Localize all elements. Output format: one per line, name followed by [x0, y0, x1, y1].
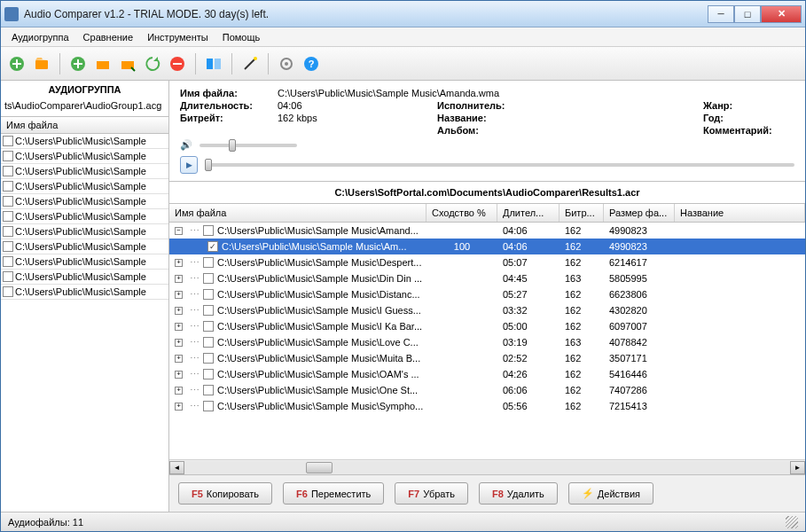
menu-help[interactable]: Помощь — [215, 29, 268, 45]
menu-compare[interactable]: Сравнение — [76, 29, 141, 45]
col-similarity[interactable]: Сходство % — [426, 204, 497, 222]
table-row[interactable]: ⋯C:\Users\Public\Music\Sample Music\I Gu… — [169, 302, 805, 318]
expand-icon[interactable] — [175, 387, 183, 395]
col-file[interactable]: Имя файла — [169, 204, 426, 222]
delete-button[interactable]: F8Удалить — [479, 482, 558, 505]
sidebar-row[interactable]: C:\Users\Public\Music\Sample — [1, 164, 168, 179]
col-bitrate[interactable]: Битр... — [560, 204, 604, 222]
expand-icon[interactable] — [175, 259, 183, 267]
row-checkbox[interactable] — [203, 353, 214, 364]
expand-icon[interactable] — [175, 403, 183, 411]
sidebar-row[interactable]: C:\Users\Public\Music\Sample — [1, 270, 168, 285]
expand-icon[interactable] — [175, 339, 183, 347]
table-row[interactable]: ⋯C:\Users\Public\Music\Sample Music\I Ka… — [169, 318, 805, 334]
compare-button[interactable] — [203, 53, 224, 74]
table-row[interactable]: ⋯C:\Users\Public\Music\Sample Music\Symp… — [169, 398, 805, 414]
expand-icon[interactable] — [175, 307, 183, 315]
sidebar-row[interactable]: C:\Users\Public\Music\Sample — [1, 149, 168, 164]
settings-button[interactable] — [276, 53, 297, 74]
table-body[interactable]: ⋯C:\Users\Public\Music\Sample Music\Aman… — [169, 223, 805, 459]
progress-slider[interactable] — [205, 163, 794, 167]
table-row[interactable]: C:\Users\Public\Music\Sample Music\Am...… — [169, 239, 805, 254]
wizard-button[interactable] — [239, 53, 261, 74]
volume-icon[interactable]: 🔊 — [180, 139, 192, 151]
titlebar[interactable]: Audio Comparer v1.2 - TRIAL MODE. 30 day… — [1, 1, 805, 27]
volume-slider[interactable] — [200, 144, 297, 147]
maximize-button[interactable] — [734, 5, 761, 23]
open-group-button[interactable] — [31, 53, 52, 74]
checkbox-icon[interactable] — [3, 151, 13, 161]
horizontal-scrollbar[interactable]: ◄ ► — [169, 459, 805, 474]
bitrate-label: Битрейт: — [180, 113, 278, 123]
scroll-right-button[interactable]: ► — [790, 461, 805, 474]
new-group-button[interactable] — [6, 53, 27, 74]
refresh-button[interactable] — [142, 53, 163, 74]
copy-button[interactable]: F5Копировать — [178, 482, 272, 505]
checkbox-icon[interactable] — [3, 181, 13, 192]
table-row[interactable]: ⋯C:\Users\Public\Music\Sample Music\Love… — [169, 334, 805, 350]
checkbox-icon[interactable] — [3, 136, 13, 146]
collapse-icon[interactable] — [175, 227, 183, 235]
help-button[interactable]: ? — [301, 53, 322, 74]
table-row[interactable]: ⋯C:\Users\Public\Music\Sample Music\Aman… — [169, 223, 805, 239]
table-row[interactable]: ⋯C:\Users\Public\Music\Sample Music\OAM'… — [169, 366, 805, 382]
expand-icon[interactable] — [175, 275, 183, 283]
expand-icon[interactable] — [175, 371, 183, 379]
expand-icon[interactable] — [175, 323, 183, 331]
checkbox-icon[interactable] — [3, 226, 13, 237]
close-button[interactable] — [761, 5, 802, 23]
row-checkbox[interactable] — [203, 257, 214, 268]
row-checkbox[interactable] — [203, 385, 214, 395]
folder-button[interactable] — [92, 53, 113, 74]
sidebar-row[interactable]: C:\Users\Public\Music\Sample — [1, 224, 168, 239]
sidebar-column-header[interactable]: Имя файла — [1, 116, 168, 134]
row-checkbox[interactable] — [207, 241, 218, 252]
row-checkbox[interactable] — [203, 225, 214, 236]
table-row[interactable]: ⋯C:\Users\Public\Music\Sample Music\Dist… — [169, 286, 805, 302]
expand-icon[interactable] — [175, 291, 183, 299]
row-checkbox[interactable] — [203, 401, 214, 411]
row-checkbox[interactable] — [203, 337, 214, 348]
checkbox-icon[interactable] — [3, 211, 13, 222]
remove-button[interactable] — [167, 53, 188, 74]
scroll-left-button[interactable]: ◄ — [169, 461, 184, 474]
resize-grip[interactable] — [786, 516, 798, 528]
table-row[interactable]: ⋯C:\Users\Public\Music\Sample Music\One … — [169, 382, 805, 398]
row-checkbox[interactable] — [203, 289, 214, 300]
sidebar-row[interactable]: C:\Users\Public\Music\Sample — [1, 134, 168, 149]
scroll-thumb[interactable] — [306, 462, 333, 473]
sidebar-row[interactable]: C:\Users\Public\Music\Sample — [1, 239, 168, 254]
menu-audiogroup[interactable]: Аудиогруппа — [4, 29, 76, 45]
checkbox-icon[interactable] — [3, 166, 13, 176]
row-checkbox[interactable] — [203, 369, 214, 379]
checkbox-icon[interactable] — [3, 271, 13, 282]
table-row[interactable]: ⋯C:\Users\Public\Music\Sample Music\Desp… — [169, 254, 805, 270]
sidebar-row[interactable]: C:\Users\Public\Music\Sample — [1, 179, 168, 194]
move-button[interactable]: F6Переместить — [283, 482, 384, 505]
sidebar-row[interactable]: C:\Users\Public\Music\Sample — [1, 209, 168, 224]
table-row[interactable]: ⋯C:\Users\Public\Music\Sample Music\Muit… — [169, 350, 805, 366]
sidebar-list[interactable]: C:\Users\Public\Music\SampleC:\Users\Pub… — [1, 134, 168, 512]
col-name[interactable]: Название — [675, 204, 805, 222]
folder-arrow-button[interactable] — [117, 53, 138, 74]
row-checkbox[interactable] — [203, 273, 214, 284]
play-button[interactable] — [180, 156, 198, 174]
expand-icon[interactable] — [175, 355, 183, 363]
actions-button[interactable]: ⚡Действия — [568, 482, 653, 505]
table-row[interactable]: ⋯C:\Users\Public\Music\Sample Music\Din … — [169, 270, 805, 286]
col-duration[interactable]: Длител... — [497, 204, 560, 222]
row-checkbox[interactable] — [203, 305, 214, 316]
row-checkbox[interactable] — [203, 321, 214, 332]
menu-tools[interactable]: Инструменты — [140, 29, 215, 45]
remove-button[interactable]: F7Убрать — [395, 482, 468, 505]
checkbox-icon[interactable] — [3, 286, 13, 297]
sidebar-row[interactable]: C:\Users\Public\Music\Sample — [1, 194, 168, 209]
checkbox-icon[interactable] — [3, 196, 13, 207]
sidebar-row[interactable]: C:\Users\Public\Music\Sample — [1, 285, 168, 300]
checkbox-icon[interactable] — [3, 241, 13, 252]
minimize-button[interactable] — [708, 5, 734, 23]
col-size[interactable]: Размер фа... — [604, 204, 675, 222]
checkbox-icon[interactable] — [3, 256, 13, 267]
sidebar-row[interactable]: C:\Users\Public\Music\Sample — [1, 254, 168, 270]
add-button[interactable] — [67, 53, 89, 74]
